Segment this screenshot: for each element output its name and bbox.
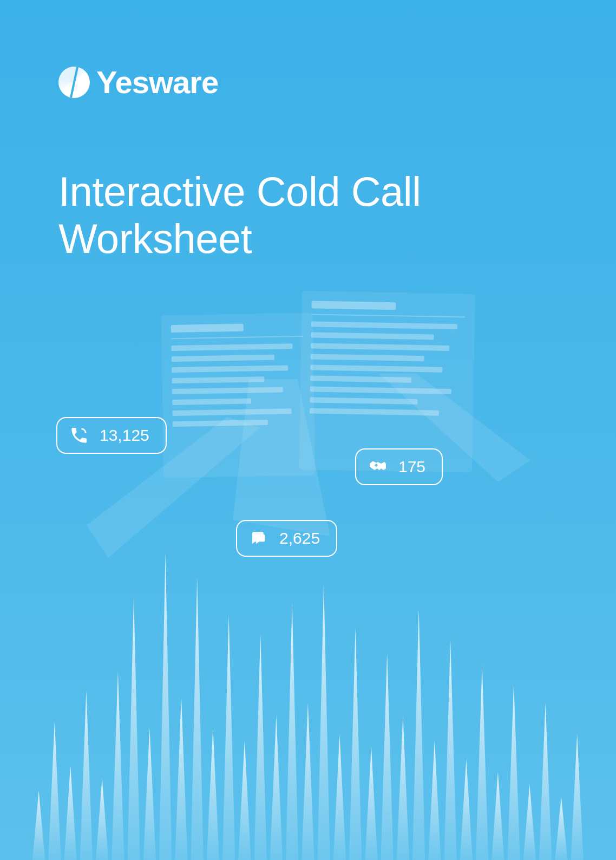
waveform-spike (80, 690, 93, 860)
stat-value: 13,125 (100, 426, 149, 445)
waveform-spike (175, 696, 187, 860)
waveform-spike (96, 778, 108, 860)
phone-icon (69, 426, 89, 445)
chat-icon (249, 529, 268, 548)
waveform-spike (207, 728, 219, 860)
waveform-spike (523, 785, 536, 860)
waveform-spike (318, 584, 330, 860)
waveform-spike (349, 628, 362, 860)
title-line-2: Worksheet (58, 216, 252, 262)
waveform-spike (444, 640, 457, 860)
waveform-spike (476, 665, 488, 860)
waveform-spike (381, 653, 394, 860)
waveform-spike (302, 703, 314, 860)
waveform-spike (64, 766, 77, 860)
waveform-spike (555, 797, 567, 860)
waveform-spike (492, 772, 504, 860)
light-beam (233, 379, 352, 536)
stat-pill-deals: 175 (355, 448, 443, 485)
waveform-spike (32, 791, 45, 860)
waveform-spike (286, 602, 298, 860)
waveform-spike (222, 615, 235, 860)
waveform-spike (397, 715, 409, 860)
waveform-spike (428, 741, 441, 860)
waveform-spike (508, 684, 520, 860)
waveform-spike (333, 734, 346, 860)
waveform-spike (365, 747, 377, 860)
waveform-spike (48, 722, 61, 860)
waveform-spike (270, 715, 283, 860)
handshake-icon (368, 457, 388, 477)
title-line-1: Interactive Cold Call (58, 168, 421, 214)
brand-mark-icon (58, 67, 90, 98)
stat-pill-calls: 13,125 (56, 417, 167, 454)
waveform-chart (32, 546, 584, 860)
stat-value: 2,625 (279, 529, 320, 548)
waveform-spike (254, 634, 267, 860)
waveform-spike (412, 609, 425, 860)
waveform-spike (159, 552, 172, 860)
brand-name: Yesware (96, 64, 218, 100)
waveform-spike (460, 759, 473, 860)
waveform-spike (238, 741, 251, 860)
waveform-spike (191, 577, 204, 860)
svg-marker-1 (233, 379, 330, 536)
brand-logo: Yesware (58, 64, 218, 100)
stat-value: 175 (398, 458, 425, 476)
waveform-spike (539, 703, 552, 860)
waveform-spike (571, 734, 584, 860)
waveform-spike (112, 672, 124, 860)
page-title: Interactive Cold Call Worksheet (58, 168, 421, 263)
waveform-spike (128, 596, 140, 860)
waveform-spike (143, 728, 156, 860)
